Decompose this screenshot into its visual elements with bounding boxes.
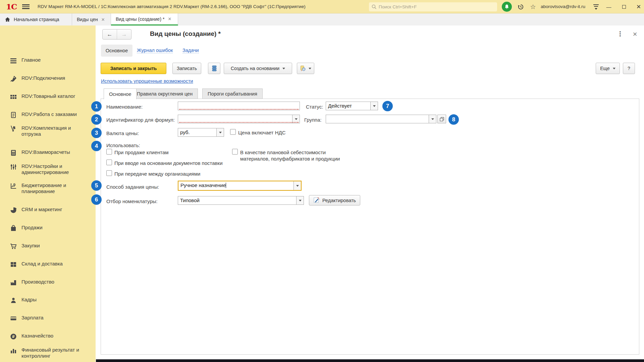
- group-combo[interactable]: [326, 115, 436, 123]
- tab-price-types[interactable]: Виды цен ✕: [72, 13, 111, 25]
- page-title: Вид цены (создание) *: [150, 30, 221, 38]
- step-badge-3: 3: [91, 128, 102, 138]
- step-badge-8: 8: [448, 114, 459, 125]
- form-window: ← → Вид цены (создание) * ••• ✕ Основное…: [96, 25, 644, 359]
- status-label: Статус:: [306, 104, 323, 110]
- nav-link-tasks[interactable]: Задачи: [182, 48, 199, 53]
- bell-icon: [504, 4, 509, 9]
- sections-panel: Главное RDV:Подключения RDV:Товарный кат…: [0, 25, 96, 362]
- use-transfer-checkbox[interactable]: [106, 170, 112, 176]
- home-icon: [5, 17, 10, 22]
- chevron-down-icon: [282, 68, 285, 69]
- name-field[interactable]: [178, 102, 300, 110]
- selection-label: Отбор номенклатуры:: [106, 198, 158, 204]
- favorites-button[interactable]: ☆: [529, 3, 537, 11]
- edit-selection-button[interactable]: Редактировать: [309, 195, 360, 205]
- more-actions-button[interactable]: •••: [616, 31, 624, 38]
- back-button[interactable]: ←: [103, 29, 117, 39]
- use-transfer-label[interactable]: При передаче между организациями: [114, 171, 200, 177]
- currency-dropdown-button[interactable]: [216, 128, 224, 136]
- order-document-icon: [10, 112, 17, 118]
- close-tab-icon[interactable]: ✕: [101, 17, 105, 22]
- 1c-application-window: 1С RDV Маркет RM-KA-MODEL / 1С:Комплексн…: [0, 0, 644, 362]
- use-planned-cost-label[interactable]: В качестве плановой себестоимости матери…: [240, 149, 352, 162]
- step-badge-7: 7: [382, 101, 393, 111]
- forward-button[interactable]: →: [117, 29, 131, 39]
- form-tab-thresholds[interactable]: Пороги срабатывания: [202, 88, 263, 99]
- selection-combo[interactable]: Типовой: [178, 196, 304, 205]
- svg-text:₽: ₽: [14, 183, 15, 185]
- close-window-button[interactable]: ✕: [634, 3, 643, 10]
- shopping-bag-icon: [10, 225, 17, 232]
- sliders-icon: [10, 164, 17, 170]
- use-planned-cost-checkbox[interactable]: [232, 149, 238, 155]
- step-badge-5: 5: [91, 180, 102, 191]
- price-method-combo[interactable]: Ручное назначение: [178, 181, 302, 191]
- form-page-area: [101, 99, 639, 355]
- global-search-input[interactable]: Поиск Ctrl+Shift+F: [369, 2, 497, 11]
- status-value: Действует: [326, 102, 370, 110]
- status-combo[interactable]: Действует: [326, 102, 378, 110]
- chevron-down-icon: [431, 118, 434, 120]
- tab-price-type-new[interactable]: Вид цены (создание) * ✕: [111, 13, 178, 25]
- method-dropdown-button[interactable]: [293, 181, 301, 190]
- main-menu-icon[interactable]: [22, 4, 30, 9]
- tab-home[interactable]: Начальная страница: [0, 13, 72, 25]
- selection-dropdown-button[interactable]: [296, 196, 304, 204]
- restore-button[interactable]: [620, 3, 628, 10]
- pie-chart-icon: [10, 207, 17, 214]
- magic-wand-icon: [313, 197, 320, 203]
- help-button[interactable]: ?: [623, 63, 635, 74]
- current-user[interactable]: aborovtsova@rdv-it.ru: [541, 4, 585, 9]
- form-tab-rounding-rules[interactable]: Правила округления цен: [131, 88, 198, 99]
- discussions-button[interactable]: [502, 2, 512, 12]
- history-button[interactable]: [517, 3, 525, 11]
- person-icon: [10, 297, 17, 304]
- group-dropdown-button[interactable]: [429, 115, 436, 123]
- currency-combo[interactable]: руб.: [178, 128, 224, 137]
- hand-truck-icon: [10, 125, 17, 132]
- status-dropdown-button[interactable]: [370, 102, 378, 110]
- reminder-button[interactable]: [297, 63, 314, 74]
- form-tab-main[interactable]: Основное: [104, 88, 137, 99]
- close-tab-icon[interactable]: ✕: [168, 16, 171, 21]
- more-button[interactable]: Еще: [596, 63, 620, 74]
- identifier-combo[interactable]: [178, 115, 300, 123]
- history-icon: [518, 4, 524, 10]
- chevron-down-icon: [299, 200, 302, 201]
- window-tabbar: Начальная страница Виды цен ✕ Вид цены (…: [0, 13, 644, 25]
- chevron-down-icon: [295, 118, 298, 120]
- minimize-button[interactable]: —: [604, 3, 613, 10]
- ruble-coin-icon: ₽: [10, 333, 17, 340]
- menu-lines-icon: [593, 4, 599, 10]
- simplified-features-link[interactable]: Использовать упрощенные возможности: [101, 78, 193, 84]
- group-value: [326, 115, 429, 123]
- nav-link-main[interactable]: Основное: [101, 45, 132, 57]
- use-supply-docs-label[interactable]: При вводе на основании документов постав…: [114, 160, 223, 166]
- star-icon: ☆: [530, 3, 536, 11]
- close-form-button[interactable]: ✕: [631, 31, 639, 38]
- name-input[interactable]: [178, 102, 300, 110]
- history-nav-group: ← →: [102, 29, 131, 40]
- vat-checkbox[interactable]: [230, 129, 236, 135]
- vat-checkbox-label[interactable]: Цена включает НДС: [238, 130, 285, 135]
- planning-chart-icon: ₽: [10, 183, 17, 189]
- use-sales-checkbox[interactable]: [106, 149, 112, 155]
- use-sales-label[interactable]: При продаже клиентам: [114, 149, 169, 155]
- method-label: Способ задания цены:: [106, 184, 159, 190]
- group-label: Группа:: [304, 117, 322, 123]
- currency-value: руб.: [178, 128, 216, 136]
- service-menu-button[interactable]: [592, 3, 600, 11]
- show-in-list-button[interactable]: [208, 63, 220, 74]
- 1c-logo: 1С: [6, 2, 17, 11]
- save-and-close-button[interactable]: Записать и закрыть: [101, 63, 166, 74]
- factory-icon: [10, 279, 17, 286]
- restore-icon: [622, 5, 626, 9]
- nav-link-error-log[interactable]: Журнал ошибок: [137, 48, 173, 53]
- identifier-dropdown-button[interactable]: [292, 115, 300, 123]
- group-open-button[interactable]: [437, 115, 446, 123]
- payment-card-icon: [10, 315, 17, 322]
- save-button[interactable]: Записать: [172, 63, 201, 74]
- use-supply-docs-checkbox[interactable]: [106, 160, 112, 165]
- create-based-on-button[interactable]: Создать на основании: [224, 63, 292, 74]
